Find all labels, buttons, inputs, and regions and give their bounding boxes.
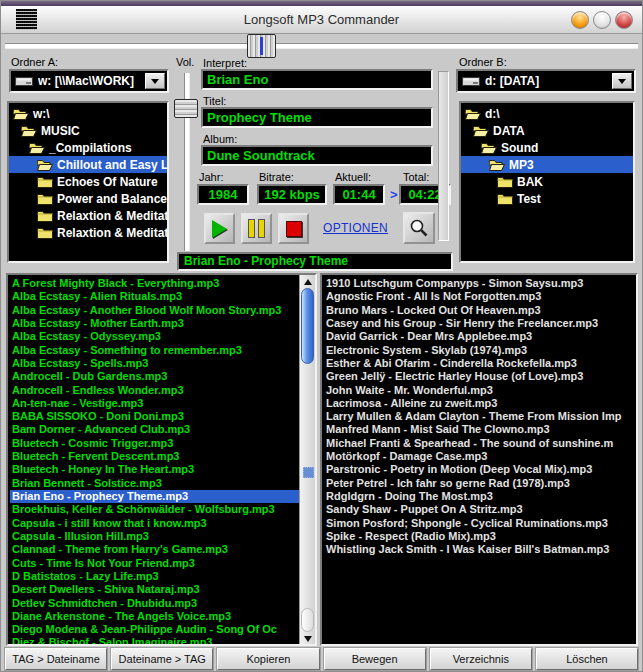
file-item-label: Alba Ecstasy - Another Blood Wolf Moon S… bbox=[12, 304, 281, 316]
tree-item[interactable]: _Compilations bbox=[9, 139, 167, 156]
file-item[interactable]: Motörkopf - Damage Case.mp3 bbox=[324, 450, 636, 463]
tree-item[interactable]: Relaxtion & Meditation CD bbox=[9, 224, 167, 241]
ordner-a-combobox[interactable]: w: [\\Mac\WORK] bbox=[9, 69, 169, 93]
file-item[interactable]: Diane Arkenstone - The Angels Voice.mp3 bbox=[10, 610, 300, 623]
tree-item[interactable]: Chillout and Easy Listening bbox=[9, 156, 167, 173]
command-button[interactable]: Bewegen bbox=[324, 648, 426, 670]
left-list-scrollbar[interactable] bbox=[299, 275, 315, 644]
file-item-label: Bluetech - Fervent Descent.mp3 bbox=[12, 450, 180, 462]
file-item[interactable]: Brian Eno - Prophecy Theme.mp3 bbox=[10, 490, 300, 503]
file-item[interactable]: Green Jellÿ - Electric Harley House (of … bbox=[324, 370, 636, 383]
file-item[interactable]: Alba Ecstasy - Odyssey.mp3 bbox=[10, 330, 300, 343]
file-item[interactable]: Diego Modena & Jean-Philippe Audin - Son… bbox=[10, 623, 300, 636]
bitrate-field[interactable]: 192 kbps bbox=[257, 184, 327, 205]
minimize-button[interactable] bbox=[571, 11, 589, 29]
command-button[interactable]: Löschen bbox=[536, 648, 638, 670]
file-item[interactable]: Androcell - Endless Wonder.mp3 bbox=[10, 384, 300, 397]
file-item[interactable]: Spike - Respect (Radio Mix).mp3 bbox=[324, 530, 636, 543]
file-item[interactable]: Androcell - Dub Gardens.mp3 bbox=[10, 370, 300, 383]
file-item[interactable]: Bluetech - Honey In The Heart.mp3 bbox=[10, 463, 300, 476]
tree-item[interactable]: Relaxtion & Meditation CD bbox=[9, 207, 167, 224]
tree-item[interactable]: MP3 bbox=[461, 156, 633, 173]
tree-item[interactable]: BAK bbox=[461, 173, 633, 190]
file-item[interactable]: Alba Ecstasy - Spells.mp3 bbox=[10, 357, 300, 370]
album-field[interactable]: Dune Soundtrack bbox=[201, 145, 433, 166]
ordner-b-combobox[interactable]: d: [DATA] bbox=[456, 69, 636, 93]
stop-button[interactable] bbox=[278, 213, 309, 244]
triangle-down-icon bbox=[304, 636, 312, 642]
command-button[interactable]: TAG > Dateiname bbox=[5, 648, 107, 670]
command-button[interactable]: Verzeichnis bbox=[430, 648, 532, 670]
aktuell-field[interactable]: 01:44 bbox=[333, 184, 385, 205]
file-item[interactable]: Brian Bennett - Solstice.mp3 bbox=[10, 477, 300, 490]
file-item[interactable]: Bam Dorner - Advanced Club.mp3 bbox=[10, 423, 300, 436]
file-item[interactable]: Alba Ecstasy - Another Blood Wolf Moon S… bbox=[10, 304, 300, 317]
file-item[interactable]: 1910 Lutschgum Companyps - Simon Saysu.m… bbox=[324, 277, 636, 290]
file-item[interactable]: Alba Ecstasy - Alien Rituals.mp3 bbox=[10, 290, 300, 303]
restore-button[interactable] bbox=[593, 11, 611, 29]
ordner-a-dropdown-button[interactable] bbox=[145, 73, 165, 89]
play-button[interactable] bbox=[204, 213, 235, 244]
file-item[interactable]: Lacrimosa - Alleine zu zweit.mp3 bbox=[324, 397, 636, 410]
file-item[interactable]: BABA SISSOKO - Doni Doni.mp3 bbox=[10, 410, 300, 423]
file-item[interactable]: Cuts - Time Is Not Your Friend.mp3 bbox=[10, 557, 300, 570]
file-item[interactable]: Capsula - Illusion Hill.mp3 bbox=[10, 530, 300, 543]
file-item[interactable]: Broekhuis, Keller & Schönwälder - Wolfsb… bbox=[10, 503, 300, 516]
file-item[interactable]: Esther & Abi Ofarim - Cinderella Rockefe… bbox=[324, 357, 636, 370]
file-item-label: Manfred Mann - Mist Said The Clowno.mp3 bbox=[326, 423, 550, 435]
file-item[interactable]: John Waite - Mr. Wonderful.mp3 bbox=[324, 384, 636, 397]
secondary-slider-track[interactable] bbox=[438, 71, 449, 241]
file-item[interactable]: Simon Posford; Shpongle - Cyclical Rumin… bbox=[324, 517, 636, 530]
file-item[interactable]: Peter Petrel - Ich fahr so gerne Rad (19… bbox=[324, 477, 636, 490]
file-item[interactable]: Diez & Bischof - Salon Imaginaire.mp3 bbox=[10, 636, 300, 644]
file-item[interactable]: Alba Ecstasy - Mother Earth.mp3 bbox=[10, 317, 300, 330]
file-item[interactable]: Manfred Mann - Mist Said The Clowno.mp3 bbox=[324, 423, 636, 436]
file-item[interactable]: Agnostic Front - All Is Not Forgotten.mp… bbox=[324, 290, 636, 303]
file-item[interactable]: Detlev Schmidtchen - Dhubidu.mp3 bbox=[10, 597, 300, 610]
pause-button[interactable] bbox=[241, 213, 272, 244]
file-item[interactable]: Parstronic - Poetry in Motion (Deep Voca… bbox=[324, 463, 636, 476]
tree-item[interactable]: Test bbox=[461, 190, 633, 207]
search-button[interactable] bbox=[403, 212, 435, 244]
scroll-up-button[interactable] bbox=[300, 276, 315, 287]
file-item[interactable]: Bluetech - Fervent Descent.mp3 bbox=[10, 450, 300, 463]
file-item[interactable]: Michael Franti & Spearhead - The sound o… bbox=[324, 437, 636, 450]
tree-item[interactable]: Echoes Of Nature bbox=[9, 173, 167, 190]
file-item[interactable]: Sandy Shaw - Puppet On A Stritz.mp3 bbox=[324, 503, 636, 516]
ordner-b-dropdown-button[interactable] bbox=[612, 73, 632, 89]
tree-item[interactable]: Sound bbox=[461, 139, 633, 156]
file-item[interactable]: Clannad - Theme from Harry's Game.mp3 bbox=[10, 543, 300, 556]
file-item[interactable]: Casey and his Group - Sir Henry the Free… bbox=[324, 317, 636, 330]
jahr-field[interactable]: 1984 bbox=[197, 184, 249, 205]
file-item[interactable]: Larry Mullen & Adam Clayton - Theme From… bbox=[324, 410, 636, 423]
file-item[interactable]: A Forest Mighty Black - Everything.mp3 bbox=[10, 277, 300, 290]
interpret-field[interactable]: Brian Eno bbox=[201, 69, 433, 90]
file-item[interactable]: Whistling Jack Smith - I Was Kaiser Bill… bbox=[324, 543, 636, 556]
file-item[interactable]: Bruno Mars - Locked Out Of Heaven.mp3 bbox=[324, 304, 636, 317]
file-item[interactable]: Desert Dwellers - Shiva Nataraj.mp3 bbox=[10, 583, 300, 596]
file-item[interactable]: Electronic System - Skylab (1974).mp3 bbox=[324, 344, 636, 357]
close-button[interactable] bbox=[615, 11, 633, 29]
file-item[interactable]: D Batistatos - Lazy Life.mp3 bbox=[10, 570, 300, 583]
file-item[interactable]: An-ten-nae - Vestige.mp3 bbox=[10, 397, 300, 410]
command-button[interactable]: Dateiname > TAG bbox=[111, 648, 213, 670]
command-button[interactable]: Kopieren bbox=[217, 648, 319, 670]
volume-slider-handle[interactable] bbox=[174, 99, 198, 118]
file-item[interactable]: Rdgldgrn - Doing The Most.mp3 bbox=[324, 490, 636, 503]
tree-item[interactable]: d:\ bbox=[461, 105, 633, 122]
titel-field[interactable]: Prophecy Theme bbox=[201, 107, 433, 128]
scroll-down-button[interactable] bbox=[300, 633, 315, 644]
tree-item[interactable]: Power and Balance - Musi bbox=[9, 190, 167, 207]
file-item[interactable]: Alba Ecstasy - Something to remember.mp3 bbox=[10, 344, 300, 357]
file-item[interactable]: Capsula - i still know that i know.mp3 bbox=[10, 517, 300, 530]
file-item[interactable]: David Garrick - Dear Mrs Applebee.mp3 bbox=[324, 330, 636, 343]
tree-item[interactable]: DATA bbox=[461, 122, 633, 139]
file-item-label: John Waite - Mr. Wonderful.mp3 bbox=[326, 384, 493, 396]
seek-slider-handle[interactable] bbox=[247, 34, 276, 58]
scrollbar-thumb[interactable] bbox=[301, 288, 314, 364]
tree-item[interactable]: w:\ bbox=[9, 105, 167, 122]
tree-item[interactable]: MUSIC bbox=[9, 122, 167, 139]
optionen-link[interactable]: OPTIONEN bbox=[323, 221, 388, 235]
seek-slider-track[interactable] bbox=[5, 43, 638, 49]
file-item[interactable]: Bluetech - Cosmic Trigger.mp3 bbox=[10, 437, 300, 450]
